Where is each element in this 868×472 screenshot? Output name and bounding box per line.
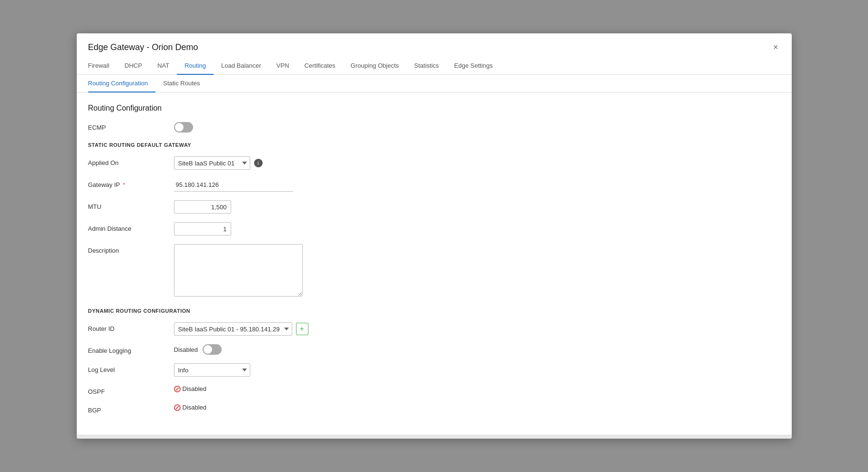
modal-overlay: Edge Gateway - Orion Demo × Firewall DHC… xyxy=(0,0,868,472)
applied-on-row: Applied On SiteB IaaS Public 01 i xyxy=(88,156,780,170)
tab-grouping-objects[interactable]: Grouping Objects xyxy=(343,57,407,75)
enable-logging-label: Enable Logging xyxy=(88,344,174,354)
log-level-row: Log Level InfoWarningErrorDebug xyxy=(88,363,780,377)
applied-on-info-icon[interactable]: i xyxy=(254,159,263,167)
description-input[interactable] xyxy=(174,244,303,297)
tab-dhcp[interactable]: DHCP xyxy=(117,57,150,75)
tab-load-balancer[interactable]: Load Balancer xyxy=(214,57,269,75)
router-id-add-button[interactable]: + xyxy=(296,323,308,335)
tab-vpn[interactable]: VPN xyxy=(269,57,297,75)
ecmp-toggle[interactable] xyxy=(174,122,193,133)
mtu-row: MTU xyxy=(88,200,780,214)
admin-distance-input[interactable] xyxy=(174,222,231,236)
router-id-row: Router ID SiteB IaaS Public 01 - 95.180.… xyxy=(88,322,780,336)
description-control xyxy=(174,244,780,297)
ospf-row: OSPF Disabled xyxy=(88,385,780,395)
gateway-ip-label: Gateway IP * xyxy=(88,178,174,188)
gateway-ip-row: Gateway IP * xyxy=(88,178,780,192)
static-routing-heading: STATIC ROUTING DEFAULT GATEWAY xyxy=(88,142,780,148)
sub-tab-static-routes[interactable]: Static Routes xyxy=(155,75,207,92)
description-row: Description xyxy=(88,244,780,297)
section-title: Routing Configuration xyxy=(88,104,780,113)
tab-firewall[interactable]: Firewall xyxy=(88,57,117,75)
log-level-control: InfoWarningErrorDebug xyxy=(174,363,780,377)
admin-distance-row: Admin Distance xyxy=(88,222,780,236)
logging-disabled-text: Disabled xyxy=(174,346,198,353)
mtu-control xyxy=(174,200,780,214)
ospf-disabled-icon xyxy=(174,386,181,392)
admin-distance-control xyxy=(174,222,780,236)
modal-header: Edge Gateway - Orion Demo × xyxy=(77,33,792,53)
ecmp-label: ECMP xyxy=(88,124,174,131)
ospf-status: Disabled xyxy=(174,385,207,392)
tab-routing[interactable]: Routing xyxy=(177,57,214,75)
enable-logging-control: Disabled xyxy=(174,344,780,355)
log-level-label: Log Level xyxy=(88,363,174,373)
enable-logging-row: Enable Logging Disabled xyxy=(88,344,780,355)
bgp-label: BGP xyxy=(88,404,174,414)
log-level-select[interactable]: InfoWarningErrorDebug xyxy=(174,363,250,377)
sub-tab-routing-configuration[interactable]: Routing Configuration xyxy=(88,75,156,92)
tab-nat[interactable]: NAT xyxy=(150,57,177,75)
modal: Edge Gateway - Orion Demo × Firewall DHC… xyxy=(77,33,792,439)
applied-on-control: SiteB IaaS Public 01 i xyxy=(174,156,780,170)
mtu-label: MTU xyxy=(88,200,174,210)
dynamic-routing-heading: DYNAMIC ROUTING CONFIGURATION xyxy=(88,308,780,314)
ospf-label: OSPF xyxy=(88,385,174,395)
modal-body: Routing Configuration ECMP STATIC ROUTIN… xyxy=(77,92,792,435)
applied-on-label: Applied On xyxy=(88,156,174,166)
modal-title: Edge Gateway - Orion Demo xyxy=(88,42,198,52)
logging-toggle-area: Disabled xyxy=(174,344,222,355)
bgp-status: Disabled xyxy=(174,404,207,411)
main-tabs: Firewall DHCP NAT Routing Load Balancer … xyxy=(77,57,792,75)
bgp-row: BGP Disabled xyxy=(88,404,780,414)
tab-statistics[interactable]: Statistics xyxy=(407,57,447,75)
logging-toggle[interactable] xyxy=(203,344,222,355)
tab-edge-settings[interactable]: Edge Settings xyxy=(447,57,500,75)
router-id-label: Router ID xyxy=(88,322,174,332)
applied-on-select[interactable]: SiteB IaaS Public 01 xyxy=(174,156,250,170)
router-id-select[interactable]: SiteB IaaS Public 01 - 95.180.141.29 xyxy=(174,322,292,336)
gateway-ip-control xyxy=(174,178,780,192)
router-id-control: SiteB IaaS Public 01 - 95.180.141.29 + xyxy=(174,322,780,336)
bgp-control: Disabled xyxy=(174,404,780,411)
modal-footer-bar xyxy=(77,435,792,439)
sub-tabs: Routing Configuration Static Routes xyxy=(77,75,792,92)
tab-certificates[interactable]: Certificates xyxy=(297,57,343,75)
mtu-input[interactable] xyxy=(174,200,231,214)
ospf-control: Disabled xyxy=(174,385,780,392)
bgp-disabled-icon xyxy=(174,404,181,411)
gateway-ip-input[interactable] xyxy=(174,178,293,192)
close-button[interactable]: × xyxy=(771,41,780,53)
admin-distance-label: Admin Distance xyxy=(88,222,174,232)
ecmp-row: ECMP xyxy=(88,122,780,133)
description-label: Description xyxy=(88,244,174,254)
